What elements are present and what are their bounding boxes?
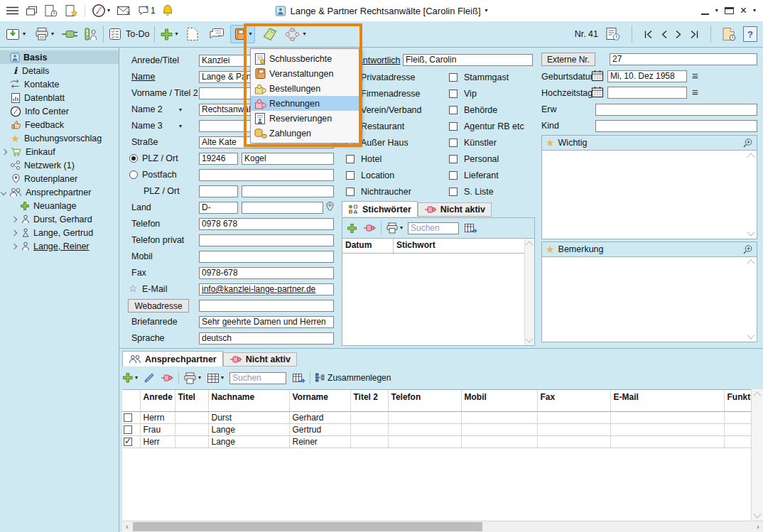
- checkbox-personal[interactable]: [449, 155, 458, 163]
- column-header-vorname[interactable]: Vorname: [289, 390, 350, 412]
- help-button[interactable]: ?: [743, 26, 757, 42]
- magnifier-plus-icon[interactable]: [742, 244, 753, 255]
- menu-item-bestellungen[interactable]: Bestellungen: [251, 81, 359, 96]
- wichtig-textarea[interactable]: [542, 150, 757, 239]
- telefon-input[interactable]: 0978 678: [199, 218, 334, 230]
- scroll-left-icon[interactable]: ‹: [122, 522, 132, 531]
- chevron-down-icon[interactable]: ▾: [179, 107, 182, 113]
- tab-ansprechpartner-nicht-aktiv[interactable]: Nicht aktiv: [223, 352, 297, 367]
- kind-input[interactable]: [595, 120, 757, 132]
- list-menu-icon[interactable]: ≡: [692, 70, 698, 82]
- scroll-down-icon[interactable]: [747, 228, 754, 236]
- postfach-radio[interactable]: [129, 170, 138, 179]
- email-input[interactable]: info@kanzlei-lange-partner.de: [199, 283, 334, 295]
- chevron-down-icon[interactable]: ▾: [179, 124, 182, 129]
- checkbox-kuenstler[interactable]: [449, 139, 458, 147]
- row-checkbox[interactable]: [124, 425, 132, 434]
- postfach-input[interactable]: [199, 169, 334, 181]
- previous-record-button[interactable]: [659, 29, 669, 40]
- sidebar-item-details[interactable]: i Details: [0, 64, 119, 77]
- connect-plug-button[interactable]: [61, 28, 80, 40]
- column-header-datum[interactable]: Datum: [342, 239, 394, 253]
- bell-icon[interactable]: [162, 4, 173, 17]
- chevron-down-icon[interactable]: ▾: [753, 8, 756, 13]
- plz-input[interactable]: 19246: [199, 153, 238, 165]
- hochzeitstag-input[interactable]: [607, 87, 687, 99]
- scrollbar-thumb[interactable]: [133, 522, 482, 531]
- webadresse-input[interactable]: [199, 300, 334, 312]
- checkbox-s-liste[interactable]: [449, 188, 458, 196]
- row-checkbox[interactable]: [124, 413, 132, 422]
- magnifier-plus-icon[interactable]: [742, 138, 753, 148]
- chevron-right-icon[interactable]: [11, 243, 17, 249]
- sidebar-item-contact-durst[interactable]: Durst, Gerhard: [0, 212, 119, 226]
- sidebar-item-routenplaner[interactable]: Routenplaner: [0, 172, 119, 185]
- calendar-icon[interactable]: [591, 86, 604, 98]
- menu-item-reservierungen[interactable]: Reservierungen: [251, 111, 359, 126]
- list-menu-icon[interactable]: ≡: [692, 86, 698, 98]
- contact-row[interactable]: Herrn Durst Gerhard: [122, 412, 752, 424]
- menu-item-zahlungen[interactable]: Zahlungen: [251, 126, 359, 141]
- column-header-titel[interactable]: Titel: [175, 390, 208, 412]
- bemerkung-textarea[interactable]: [542, 256, 757, 342]
- stichwoerter-scrollbar[interactable]: [524, 239, 534, 345]
- sidebar-item-ansprechpartner[interactable]: Ansprechpartner: [0, 185, 119, 199]
- next-record-button[interactable]: [674, 29, 683, 40]
- export-table-icon[interactable]: [292, 373, 305, 384]
- checkbox-behoerde[interactable]: [449, 106, 458, 114]
- chevron-down-icon[interactable]: ▾: [715, 8, 718, 13]
- close-button[interactable]: ×: [740, 5, 747, 16]
- hamburger-menu-icon[interactable]: [6, 6, 19, 16]
- messages-icon[interactable]: 1: [138, 5, 156, 16]
- mobil-input[interactable]: [199, 251, 334, 263]
- column-header-stichwort[interactable]: Stichwort: [394, 239, 534, 253]
- print-button[interactable]: ▾: [34, 27, 54, 41]
- maximize-button[interactable]: [725, 7, 734, 14]
- scroll-up-icon[interactable]: [753, 391, 761, 399]
- journal-book-button[interactable]: ▾: [230, 25, 255, 43]
- column-header-titel2[interactable]: Titel 2: [350, 390, 388, 412]
- row-checkbox-checked[interactable]: [124, 438, 132, 446]
- contact-row[interactable]: Frau Lange Gertrud: [122, 424, 752, 436]
- edit-pencil-button[interactable]: [144, 372, 155, 384]
- sidebar-item-basis[interactable]: Basis: [0, 50, 119, 64]
- sidebar-item-buchungsvorschlag[interactable]: ★ Buchungsvorschlag: [0, 131, 119, 145]
- chevron-right-icon[interactable]: [11, 229, 17, 235]
- fax-input[interactable]: 0978-678: [199, 267, 334, 279]
- briefanrede-input[interactable]: Sehr geehrte Damen und Herren: [199, 316, 334, 328]
- menu-item-schlussberichte[interactable]: Schlussberichte: [251, 51, 359, 66]
- land-input[interactable]: D-: [199, 202, 238, 214]
- checkbox-agentur[interactable]: [449, 122, 458, 131]
- sidebar-item-datenblatt[interactable]: Datenblatt: [0, 91, 119, 104]
- column-header-email[interactable]: E-Mail: [610, 390, 724, 412]
- favorite-document-icon[interactable]: [65, 4, 78, 17]
- column-header-telefon[interactable]: Telefon: [388, 390, 461, 412]
- sidebar-item-contact-lange-gertrud[interactable]: Lange, Gertrud: [0, 226, 119, 239]
- externe-nr-button[interactable]: Externe Nr.: [541, 53, 595, 66]
- column-header-fax[interactable]: Fax: [537, 390, 610, 412]
- tab-stichwoerter[interactable]: Stichwörter: [342, 201, 418, 217]
- checkbox-hotel[interactable]: [346, 155, 355, 163]
- history-button[interactable]: [605, 27, 621, 41]
- workflow-nodes-button[interactable]: ▾: [283, 28, 305, 41]
- scroll-down-icon[interactable]: [753, 510, 761, 518]
- deactivate-plug-button[interactable]: [363, 224, 377, 232]
- save-button[interactable]: ▾: [6, 27, 26, 41]
- name-label[interactable]: Name: [131, 71, 155, 83]
- sidebar-item-einkauf[interactable]: Einkauf: [0, 145, 119, 158]
- add-keyword-button[interactable]: [347, 223, 357, 234]
- plz2-input[interactable]: [199, 185, 238, 197]
- column-header-mobil[interactable]: Mobil: [461, 390, 537, 412]
- todo-button[interactable]: To-Do: [109, 28, 149, 40]
- first-record-button[interactable]: [643, 29, 654, 40]
- new-document-button[interactable]: [186, 27, 199, 41]
- recent-document-icon[interactable]: [44, 4, 58, 17]
- sidebar-item-contact-lange-reiner[interactable]: Lange, Reiner: [0, 239, 119, 253]
- map-pin-icon[interactable]: [325, 201, 335, 212]
- land2-input[interactable]: [242, 202, 323, 214]
- column-header-funktion[interactable]: Funktion: [724, 390, 752, 412]
- chevron-down-icon[interactable]: ▾: [485, 8, 488, 13]
- verantwortlich-input[interactable]: Fleiß, Carolin: [403, 54, 533, 66]
- tab-stichwoerter-nicht-aktiv[interactable]: Nicht aktiv: [418, 202, 492, 217]
- scroll-up-icon[interactable]: [747, 153, 754, 161]
